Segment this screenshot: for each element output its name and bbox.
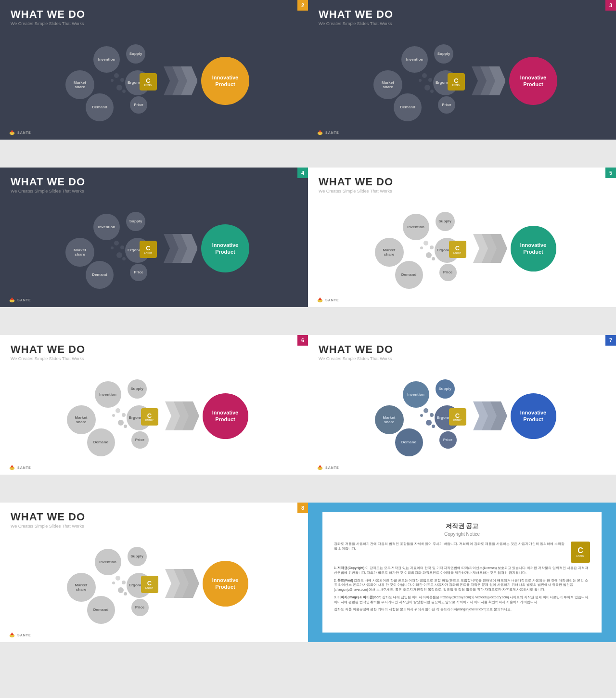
circle-demand-5: Demand <box>87 428 115 456</box>
circle-market-4: Marketshare <box>375 238 404 267</box>
chevrons-3 <box>164 234 197 263</box>
copyright-box: 저작권 공고 Copyright Notice C ENTRY 강좌도 저품을 … <box>322 512 602 633</box>
footer-text-1: SANTE <box>17 131 31 134</box>
slide-subtitle-2: We Creates Simple Slides That Works <box>319 21 605 26</box>
svg-marker-34 <box>11 633 14 635</box>
slide-subtitle-4: We Creates Simple Slides That Works <box>319 189 605 194</box>
circle-price-7: Price <box>131 599 149 616</box>
slide-subtitle-1: We Creates Simple Slides That Works <box>11 21 297 26</box>
product-circle-7: InnovativeProduct <box>203 561 248 607</box>
circles-group-2: Invention Supply Marketshare Ergonomic D… <box>367 38 468 124</box>
slide-subtitle-3: We Creates Simple Slides That Works <box>11 189 297 194</box>
chevrons-2 <box>472 66 505 95</box>
circle-price-1: Price <box>130 96 147 114</box>
circle-invention-4: Invention <box>403 214 429 240</box>
circle-supply-4: Supply <box>436 212 455 231</box>
circle-price-3: Price <box>130 264 147 281</box>
copyright-section3: 3. 이미지(Image) & 아이콘(Icon) 강좌도 내에 삽입된 이미지… <box>334 595 590 605</box>
circles-group-4: Invention Supply Marketshare Ergonomic D… <box>368 205 469 292</box>
circle-market-6: Marketshare <box>375 405 404 434</box>
copyright-section1: 1. 저작권(Copyright) 이 강좌도는 모두 저작권 있는 자료이며 … <box>334 566 590 575</box>
slide-3: 4 WHAT WE DO We Creates Simple Slides Th… <box>0 168 308 307</box>
slide-subtitle-6: We Creates Simple Slides That Works <box>319 356 605 361</box>
circle-supply-5: Supply <box>128 379 147 399</box>
circle-invention-1: Invention <box>93 46 120 73</box>
circles-group-6: Invention Supply Marketshare Ergonomic D… <box>368 373 469 459</box>
circle-market-7: Marketshare <box>67 573 96 602</box>
circle-demand-6: Demand <box>395 428 423 456</box>
circle-market-3: Marketshare <box>65 238 94 267</box>
diagram-4: Invention Supply Marketshare Ergonomic D… <box>319 195 605 301</box>
diagram-3: Invention Supply Marketshare Ergonomic D… <box>11 195 297 301</box>
footer-text-4: SANTE <box>325 298 339 302</box>
product-circle-1: InnovativeProduct <box>201 57 249 105</box>
slide-subtitle-7: We Creates Simple Slides That Works <box>11 524 297 529</box>
circle-demand-2: Demand <box>394 93 422 121</box>
circle-market-2: Marketshare <box>373 70 402 99</box>
circle-demand-1: Demand <box>86 93 114 121</box>
footer-7: SANTE <box>9 632 31 638</box>
circle-invention-6: Invention <box>403 381 429 408</box>
circle-market-1: Marketshare <box>65 70 94 99</box>
product-circle-2: InnovativeProduct <box>509 57 557 105</box>
footer-text-6: SANTE <box>325 466 339 469</box>
footer-text-5: SANTE <box>17 466 31 469</box>
circles-group-3: Invention Supply Marketshare Ergonomic D… <box>59 205 160 292</box>
footer-5: SANTE <box>9 464 31 471</box>
badge-6: C ENTRY <box>449 408 466 426</box>
slide-title-3: WHAT WE DO <box>11 176 297 188</box>
circle-invention-2: Invention <box>401 46 428 73</box>
svg-marker-19 <box>319 297 322 300</box>
circle-price-2: Price <box>438 96 455 114</box>
slide-number-5: 6 <box>297 335 308 346</box>
slide-number-6: 7 <box>605 335 616 346</box>
chevrons-1 <box>164 66 197 95</box>
copyright-text2: 2. 폰트(Font) 강좌도 내에 사용되어진 한글 폰트는 어떠한 방법으로… <box>334 578 590 592</box>
footer-6: SANTE <box>317 464 339 471</box>
slide-4: 5 WHAT WE DO We Creates Simple Slides Th… <box>308 168 616 307</box>
slide-2: 3 WHAT WE DO We Creates Simple Slides Th… <box>308 0 616 140</box>
circle-price-5: Price <box>131 431 149 449</box>
product-circle-4: InnovativeProduct <box>511 226 556 271</box>
circles-group-5: Invention Supply Marketshare Ergonomic D… <box>60 373 161 459</box>
copyright-body1: 강좌도 저품을 사용하기 전에 다음의 법적인 조항들을 자세히 읽어 주시기 … <box>334 542 590 551</box>
circle-supply-1: Supply <box>126 44 145 64</box>
copyright-title-en: Copyright Notice <box>334 531 590 537</box>
slide-number-7: 8 <box>297 503 308 513</box>
circle-demand-4: Demand <box>395 261 423 289</box>
chevrons-7 <box>165 569 199 598</box>
slide-number-4: 5 <box>605 168 616 178</box>
badge-5: C ENTRY <box>141 408 158 426</box>
footer-text-2: SANTE <box>325 131 339 134</box>
copyright-slide: 저작권 공고 Copyright Notice C ENTRY 강좌도 저품을 … <box>308 503 616 642</box>
diagram-1: Invention Supply Marketshare Ergonomic D… <box>11 28 297 134</box>
copyright-text3: 3. 이미지(Image) & 아이콘(Icon) 강좌도 내에 삽입된 이미지… <box>334 595 590 605</box>
slide-title-2: WHAT WE DO <box>319 9 605 20</box>
svg-marker-29 <box>319 465 322 467</box>
footer-1: SANTE <box>9 129 31 136</box>
svg-marker-9 <box>319 130 322 132</box>
circles-group-1: Invention Supply Marketshare Ergonomic D… <box>59 38 160 124</box>
diagram-2: Invention Supply Marketshare Ergonomic D… <box>319 28 605 134</box>
badge-3: C ENTRY <box>140 241 157 258</box>
slide-subtitle-5: We Creates Simple Slides That Works <box>11 356 297 361</box>
chevrons-5 <box>165 401 199 430</box>
slide-number-1: 2 <box>297 0 308 11</box>
circle-demand-3: Demand <box>86 261 114 289</box>
slide-7: 8 WHAT WE DO We Creates Simple Slides Th… <box>0 503 308 642</box>
product-circle-6: InnovativeProduct <box>511 393 556 439</box>
svg-marker-24 <box>11 465 14 467</box>
circle-invention-7: Invention <box>95 549 121 575</box>
slide-6: 7 WHAT WE DO We Creates Simple Slides Th… <box>308 335 616 475</box>
copyright-section2: 2. 폰트(Font) 강좌도 내에 사용되어진 한글 폰트는 어떠한 방법으로… <box>334 578 590 592</box>
copyright-closing: 강좌도 저품 이용규정에 관한 기타의 사항은 문의하시 위에서 알아낸 각 분… <box>334 607 590 612</box>
footer-2: SANTE <box>317 129 339 136</box>
circle-price-6: Price <box>439 431 457 449</box>
product-circle-3: InnovativeProduct <box>201 224 249 272</box>
copyright-text1: 1. 저작권(Copyright) 이 강좌도는 모두 저작권 있는 자료이며 … <box>334 566 590 575</box>
slide-title-1: WHAT WE DO <box>11 9 297 20</box>
footer-4: SANTE <box>317 297 339 303</box>
circle-demand-7: Demand <box>87 596 115 624</box>
copyright-title-kr: 저작권 공고 <box>334 522 590 530</box>
circle-supply-2: Supply <box>434 44 453 64</box>
